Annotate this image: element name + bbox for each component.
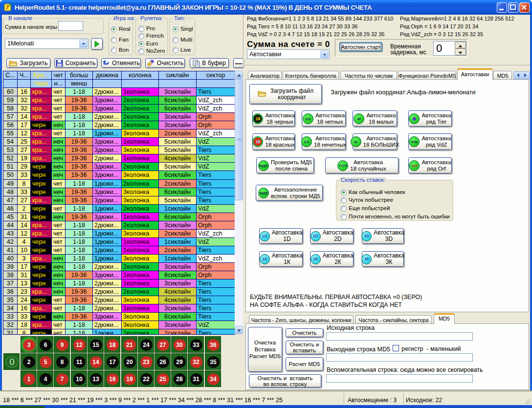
svg-text:7: 7 [6,4,9,10]
